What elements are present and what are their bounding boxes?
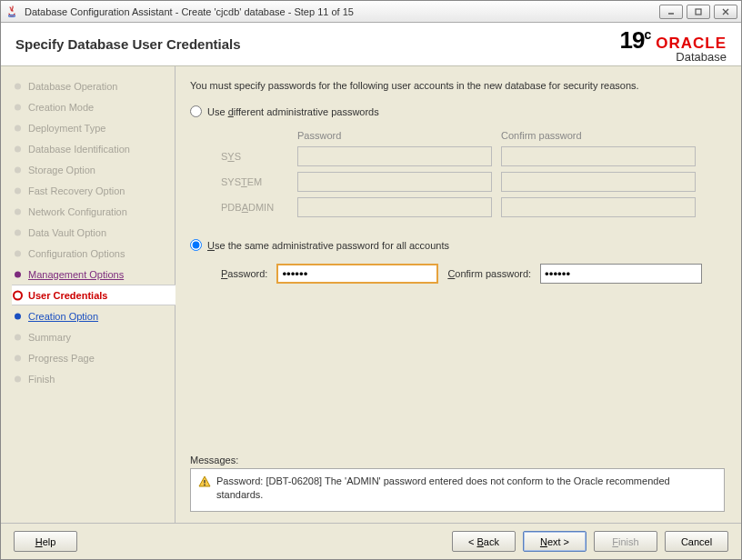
step-finish: Finish	[12, 368, 175, 389]
next-button[interactable]: Next >	[523, 531, 587, 552]
svg-point-4	[204, 484, 206, 485]
row-sys-label: SYS	[221, 151, 297, 162]
system-confirm	[501, 172, 696, 192]
step-user-credentials[interactable]: User Credentials	[12, 285, 175, 305]
label-different-passwords[interactable]: Use different administrative passwords	[207, 106, 379, 117]
sys-password	[297, 146, 492, 166]
messages-box: Password: [DBT-06208] The 'ADMIN' passwo…	[190, 468, 725, 512]
titlebar[interactable]: Database Configuration Assistant - Creat…	[1, 1, 741, 23]
label-confirm-password: Confirm password:	[447, 268, 531, 279]
wizard-sidebar: Database Operation Creation Mode Deploym…	[1, 66, 175, 523]
radio-different-passwords[interactable]	[190, 105, 202, 117]
messages-label: Messages:	[190, 455, 725, 465]
step-data-vault-option: Data Vault Option	[12, 222, 175, 243]
intro-text: You must specify passwords for the follo…	[190, 79, 725, 93]
confirm-password-input[interactable]	[540, 264, 702, 284]
step-network-configuration: Network Configuration	[12, 201, 175, 222]
column-password: Password	[297, 130, 501, 141]
message-text: Password: [DBT-06208] The 'ADMIN' passwo…	[216, 475, 717, 502]
back-button[interactable]: < Back	[452, 531, 516, 552]
column-confirm: Confirm password	[501, 130, 714, 141]
step-database-operation: Database Operation	[12, 75, 175, 96]
page-title: Specify Database User Credentials	[15, 36, 620, 52]
row-pdbadmin-label: PDBADMIN	[221, 202, 297, 213]
minimize-button[interactable]	[659, 5, 683, 19]
step-creation-option[interactable]: Creation Option	[12, 305, 175, 326]
cancel-button[interactable]: Cancel	[665, 531, 728, 552]
maximize-button[interactable]	[687, 5, 710, 19]
step-management-options[interactable]: Management Options	[12, 264, 175, 285]
label-password: Password:	[221, 268, 267, 279]
label-same-password[interactable]: Use the same administrative password for…	[207, 240, 449, 251]
step-progress-page: Progress Page	[12, 347, 175, 368]
oracle-logo: 19c ORACLE Database	[620, 26, 727, 63]
step-creation-mode: Creation Mode	[12, 96, 175, 117]
radio-same-password[interactable]	[190, 239, 202, 251]
footer: Help < Back Next > Finish Cancel	[1, 523, 741, 559]
system-password	[297, 172, 492, 192]
help-button[interactable]: Help	[14, 531, 77, 552]
page-header: Specify Database User Credentials 19c OR…	[1, 23, 741, 66]
password-input[interactable]	[276, 264, 438, 284]
window-title: Database Configuration Assistant - Creat…	[25, 6, 659, 17]
app-window: Database Configuration Assistant - Creat…	[0, 0, 742, 560]
sys-confirm	[501, 146, 696, 166]
step-storage-option: Storage Option	[12, 159, 175, 180]
step-summary: Summary	[12, 326, 175, 347]
passwords-table: Password Confirm password SYS SYSTEM PDB…	[221, 130, 725, 223]
java-icon	[5, 5, 19, 19]
warning-icon	[198, 475, 211, 488]
finish-button: Finish	[594, 531, 657, 552]
row-system-label: SYSTEM	[221, 176, 297, 187]
step-fast-recovery-option: Fast Recovery Option	[12, 180, 175, 201]
step-deployment-type: Deployment Type	[12, 117, 175, 138]
step-database-identification: Database Identification	[12, 138, 175, 159]
close-button[interactable]	[714, 5, 737, 19]
pdbadmin-confirm	[501, 197, 696, 217]
svg-rect-2	[696, 9, 701, 15]
step-configuration-options: Configuration Options	[12, 243, 175, 264]
main-panel: You must specify passwords for the follo…	[175, 66, 741, 523]
pdbadmin-password	[297, 197, 492, 217]
